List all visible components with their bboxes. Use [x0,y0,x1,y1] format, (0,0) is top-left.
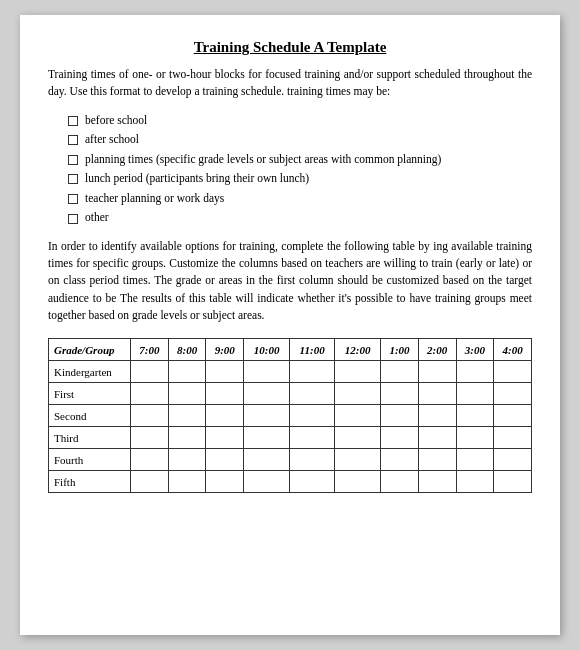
col-header-1000: 10:00 [244,339,290,361]
time-cell [335,449,381,471]
time-cell [168,405,206,427]
time-cell [494,405,532,427]
time-cell [418,383,456,405]
time-cell [131,449,169,471]
body-text: In order to identify available options f… [48,238,532,324]
time-cell [418,449,456,471]
time-cell [244,471,290,493]
table-row: Third [49,427,532,449]
list-item: lunch period (participants bring their o… [68,169,532,189]
document-page: Training Schedule A Template Training ti… [20,15,560,635]
checklist: before school after school planning time… [68,111,532,228]
time-cell [206,449,244,471]
col-header-800: 8:00 [168,339,206,361]
time-cell [456,383,494,405]
time-cell [335,383,381,405]
list-item: other [68,208,532,228]
time-cell [168,449,206,471]
checkbox-icon [68,135,78,145]
list-item: teacher planning or work days [68,189,532,209]
checkbox-icon [68,214,78,224]
time-cell [168,361,206,383]
col-header-900: 9:00 [206,339,244,361]
time-cell [244,405,290,427]
time-cell [206,471,244,493]
time-cell [290,449,335,471]
grade-cell: Kindergarten [49,361,131,383]
time-cell [456,405,494,427]
time-cell [244,383,290,405]
schedule-table: Grade/Group 7:00 8:00 9:00 10:00 11:00 1… [48,338,532,493]
list-item-label: lunch period (participants bring their o… [85,169,309,189]
time-cell [290,383,335,405]
list-item-label: teacher planning or work days [85,189,224,209]
time-cell [290,427,335,449]
time-cell [456,361,494,383]
time-cell [494,361,532,383]
col-header-1100: 11:00 [290,339,335,361]
grade-cell: Second [49,405,131,427]
time-cell [381,361,419,383]
time-cell [244,449,290,471]
time-cell [381,471,419,493]
col-header-grade: Grade/Group [49,339,131,361]
time-cell [418,361,456,383]
list-item-label: after school [85,130,139,150]
time-cell [290,361,335,383]
time-cell [244,361,290,383]
list-item: planning times (specific grade levels or… [68,150,532,170]
time-cell [418,427,456,449]
time-cell [131,361,169,383]
grade-cell: First [49,383,131,405]
time-cell [381,449,419,471]
time-cell [244,427,290,449]
grade-cell: Third [49,427,131,449]
time-cell [131,471,169,493]
time-cell [381,383,419,405]
checkbox-icon [68,174,78,184]
time-cell [206,427,244,449]
time-cell [456,449,494,471]
time-cell [335,471,381,493]
intro-text: Training times of one- or two-hour block… [48,66,532,101]
time-cell [335,405,381,427]
table-row: Fifth [49,471,532,493]
time-cell [335,361,381,383]
time-cell [494,471,532,493]
col-header-700: 7:00 [131,339,169,361]
list-item: after school [68,130,532,150]
time-cell [381,405,419,427]
time-cell [168,383,206,405]
time-cell [456,427,494,449]
col-header-400: 4:00 [494,339,532,361]
col-header-200: 2:00 [418,339,456,361]
grade-cell: Fourth [49,449,131,471]
list-item: before school [68,111,532,131]
time-cell [206,361,244,383]
checkbox-icon [68,116,78,126]
time-cell [418,471,456,493]
list-item-label: other [85,208,109,228]
time-cell [494,427,532,449]
table-row: First [49,383,532,405]
time-cell [290,405,335,427]
time-cell [131,427,169,449]
list-item-label: planning times (specific grade levels or… [85,150,441,170]
page-title: Training Schedule A Template [48,39,532,56]
table-row: Second [49,405,532,427]
time-cell [494,383,532,405]
list-item-label: before school [85,111,147,131]
time-cell [494,449,532,471]
col-header-100: 1:00 [381,339,419,361]
time-cell [290,471,335,493]
grade-cell: Fifth [49,471,131,493]
checkbox-icon [68,155,78,165]
time-cell [131,383,169,405]
col-header-300: 3:00 [456,339,494,361]
time-cell [206,405,244,427]
table-row: Fourth [49,449,532,471]
table-row: Kindergarten [49,361,532,383]
time-cell [456,471,494,493]
time-cell [168,471,206,493]
time-cell [381,427,419,449]
